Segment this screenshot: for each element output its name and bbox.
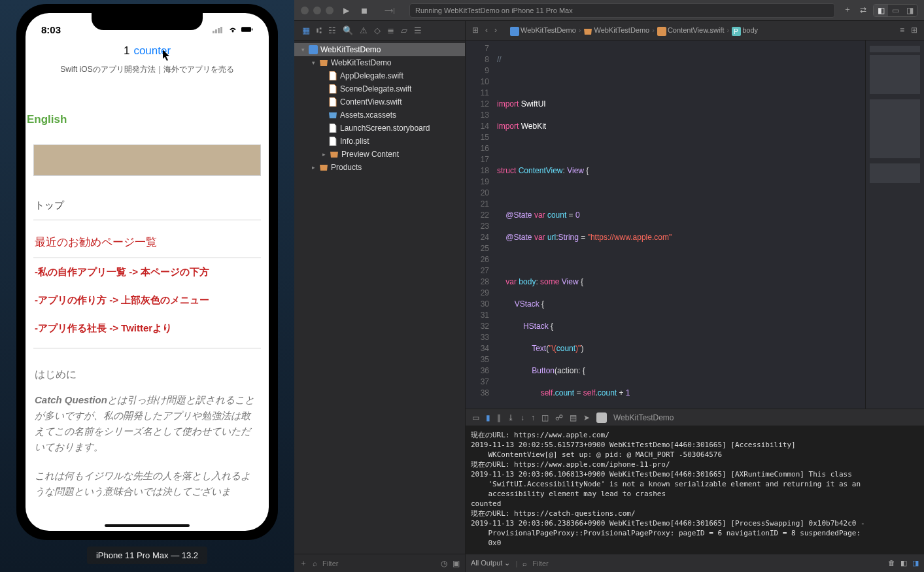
line-gutter: 7891011121314151617181920212223242526272…: [466, 41, 494, 409]
output-selector[interactable]: All Output ⌄: [471, 559, 510, 567]
folder-products[interactable]: Products: [331, 163, 362, 172]
signal-icon: [213, 24, 224, 35]
svg-rect-1: [215, 29, 217, 33]
link-myapps[interactable]: -私の自作アプリ一覧 -> 本ページの下方: [26, 258, 269, 286]
test-nav-icon[interactable]: ◇: [374, 25, 381, 35]
dbg-viewdbg-icon[interactable]: ◫: [541, 413, 549, 422]
page-subtitle: Swift iOSのアプリ開発方法｜海外でアプリを売る: [26, 64, 269, 75]
project-nav-icon[interactable]: ▦: [302, 25, 310, 35]
debug-process-name[interactable]: WebKitTestDemo: [613, 413, 674, 422]
dbg-stepin-icon[interactable]: ↓: [521, 413, 524, 422]
svg-rect-10: [309, 45, 318, 54]
tree-group[interactable]: WebKitTestDemo: [331, 58, 391, 67]
file-assets[interactable]: Assets.xcassets: [340, 110, 396, 120]
dbg-app-icon: [596, 412, 607, 423]
navigator-tabs[interactable]: ▦ ⑆ ☷ 🔍 ⚠ ◇ ≣ ▱ ☰: [294, 21, 466, 40]
link-twitter[interactable]: -アプリ作る社長 -> Twitterより: [26, 314, 269, 343]
svg-rect-6: [510, 27, 519, 36]
console-pane-left-icon[interactable]: ◧: [900, 559, 907, 567]
section-heading: 最近のお勧めページ一覧: [26, 220, 269, 258]
folder-preview[interactable]: Preview Content: [341, 150, 399, 159]
svg-rect-0: [213, 31, 214, 33]
file-infoplist[interactable]: Info.plist: [340, 137, 369, 146]
svg-rect-3: [220, 27, 222, 33]
minimap[interactable]: [865, 41, 924, 409]
scheme-selector[interactable]: ⟶|: [377, 5, 403, 16]
xcode-toolbar: ▶ ◼ ⟶| Running WebKitTestDemo on iPhone …: [294, 0, 924, 21]
clock-filter-icon[interactable]: ◷: [441, 559, 447, 568]
console-filter[interactable]: [532, 560, 794, 567]
console-pane-right-icon[interactable]: ◨: [912, 559, 919, 567]
dbg-continue-icon[interactable]: ‖: [497, 413, 501, 422]
source-editor[interactable]: 7891011121314151617181920212223242526272…: [466, 41, 924, 409]
dbg-env-icon[interactable]: ▤: [570, 413, 577, 422]
console-output[interactable]: 現在のURL: https://www.apple.com/ 2019-11-1…: [466, 426, 924, 554]
intro-para-2: これは何もイジワルな先生の人を落とし入れるような問題という意味合いでは決してござ…: [26, 468, 269, 499]
issue-nav-icon[interactable]: ⚠: [360, 25, 368, 35]
simulator-title: iPhone 11 Pro Max — 13.2: [87, 547, 207, 564]
wifi-icon: [227, 24, 239, 35]
clock: 8:03: [41, 24, 61, 35]
symbol-nav-icon[interactable]: ☷: [328, 25, 336, 35]
debug-area: ▭ ▮ ‖ ⤓ ↓ ↑ ◫ ☍ ▤ ➤ WebKitTestDemo 現在のUR…: [466, 409, 924, 572]
svg-text:P: P: [734, 28, 738, 35]
notch: [92, 13, 203, 30]
add-file-icon[interactable]: ＋: [299, 558, 307, 569]
dbg-hide-icon[interactable]: ▭: [472, 413, 479, 422]
battery-icon: [241, 24, 253, 35]
source-control-nav-icon[interactable]: ⑆: [317, 25, 322, 35]
breakpoint-nav-icon[interactable]: ▱: [401, 25, 407, 35]
dbg-stepout-icon[interactable]: ↑: [531, 413, 535, 422]
svg-rect-5: [252, 28, 253, 30]
toggle-debug-icon[interactable]: ▭: [888, 5, 902, 16]
navigator-filter[interactable]: [322, 560, 436, 567]
find-nav-icon[interactable]: 🔍: [343, 25, 353, 35]
run-button[interactable]: ▶: [340, 5, 352, 16]
svg-rect-7: [657, 27, 666, 36]
related-items-icon[interactable]: ⊞: [472, 25, 479, 35]
file-scenedelegate[interactable]: SceneDelegate.swift: [340, 84, 411, 93]
counter-button[interactable]: counter: [133, 44, 171, 58]
scm-filter-icon[interactable]: ▣: [453, 559, 460, 568]
toggle-navigator-icon[interactable]: ◧: [874, 5, 888, 16]
banner-box: [33, 144, 261, 176]
debug-nav-icon[interactable]: ≣: [387, 25, 394, 35]
dbg-stepover-icon[interactable]: ⤓: [507, 413, 514, 422]
forward-button[interactable]: ›: [494, 25, 497, 35]
dbg-location-icon[interactable]: ➤: [583, 413, 590, 422]
breadcrumb-top[interactable]: トップ: [26, 176, 269, 220]
file-contentview[interactable]: ContentView.swift: [340, 97, 402, 107]
back-button[interactable]: ‹: [485, 25, 488, 35]
dbg-memgraph-icon[interactable]: ☍: [555, 413, 563, 422]
tree-root[interactable]: WebKitTestDemo: [320, 45, 381, 54]
intro-heading: はじめに: [26, 348, 269, 392]
svg-rect-2: [218, 28, 220, 33]
editor-options-icon[interactable]: ≡: [900, 25, 904, 35]
code-area[interactable]: // import SwiftUI import WebKit struct C…: [494, 41, 865, 409]
toggle-inspector-icon[interactable]: ◨: [902, 5, 917, 16]
iphone-screen: 8:03 1 counter Swift iOSのアプリ開発方法｜海外でアプリを…: [26, 13, 269, 531]
stop-button[interactable]: ◼: [358, 5, 370, 16]
clear-console-icon[interactable]: 🗑: [888, 559, 895, 567]
svg-rect-4: [241, 27, 251, 32]
activity-viewer: Running WebKitTestDemo on iPhone 11 Pro …: [409, 3, 835, 18]
report-nav-icon[interactable]: ☰: [414, 25, 422, 35]
dbg-breakpoints-icon[interactable]: ▮: [486, 413, 490, 422]
add-editor-icon[interactable]: ⊞: [911, 25, 917, 35]
link-howto[interactable]: -アプリの作り方 -> 上部灰色のメニュー: [26, 286, 269, 314]
console-filter-icon: ⌕: [522, 560, 527, 567]
count-label: 1: [124, 44, 129, 58]
panel-toggles[interactable]: ◧ ▭ ◨: [873, 4, 917, 17]
project-navigator[interactable]: ▾WebKitTestDemo ▾WebKitTestDemo AppDeleg…: [294, 41, 466, 572]
intro-para-1: Catch Questionとは引っ掛け問題と訳されることが多いですが、私の開発…: [26, 392, 269, 455]
file-launchscreen[interactable]: LaunchScreen.storyboard: [340, 124, 430, 133]
file-appdelegate[interactable]: AppDelegate.swift: [340, 71, 403, 80]
home-indicator: [105, 524, 190, 527]
iphone-frame: 8:03 1 counter Swift iOSのアプリ開発方法｜海外でアプリを…: [16, 4, 278, 540]
code-review-button[interactable]: ⇄: [857, 4, 869, 16]
filter-icon: ⌕: [313, 559, 317, 568]
jump-bar[interactable]: WebKitTestDemo› WebKitTestDemo› ContentV…: [504, 26, 764, 34]
window-traffic-lights[interactable]: [301, 7, 334, 14]
language-link[interactable]: English: [26, 113, 269, 126]
library-button[interactable]: ＋: [842, 4, 853, 16]
